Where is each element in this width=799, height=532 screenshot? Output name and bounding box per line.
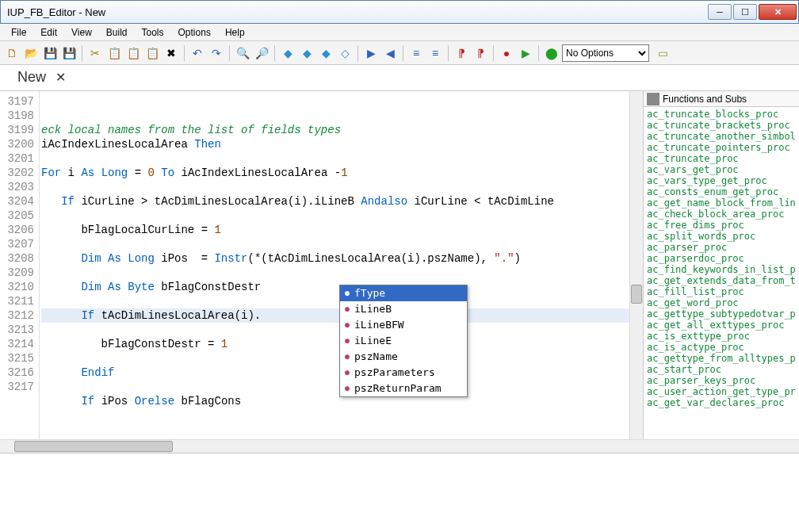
function-item[interactable]: ac_get_extends_data_from_typ — [647, 275, 796, 286]
code-line[interactable] — [41, 351, 629, 366]
code-line[interactable]: If iCurLine > tAcDimLinesLocalArea(i).iL… — [41, 194, 629, 209]
function-item[interactable]: ac_user_action_get_type_proc — [647, 386, 796, 397]
menu-build[interactable]: Build — [100, 25, 134, 40]
code-area[interactable]: eck local names from the list of fields … — [40, 91, 629, 439]
delete-icon[interactable]: ✖ — [162, 44, 180, 62]
autocomplete-item[interactable]: ●iLineB — [340, 301, 467, 317]
code-line[interactable] — [41, 209, 629, 223]
code-line[interactable] — [41, 151, 629, 166]
comment-icon[interactable]: ⁋ — [453, 44, 470, 62]
align-left-icon[interactable]: ≡ — [407, 44, 425, 62]
debug-icon[interactable]: ⬤ — [543, 44, 560, 62]
open-icon[interactable]: 📂 — [22, 44, 40, 62]
autocomplete-item[interactable]: ●iLineBFW — [340, 317, 467, 333]
function-item[interactable]: ac_truncate_proc — [647, 153, 796, 164]
hscroll-thumb[interactable] — [14, 441, 173, 452]
function-item[interactable]: ac_check_block_area_proc — [647, 209, 796, 220]
autocomplete-item[interactable]: ●pszParameters — [340, 365, 467, 381]
code-line[interactable] — [41, 180, 629, 194]
function-item[interactable]: ac_gettype_subtypedotvar_pro — [647, 308, 796, 320]
function-item[interactable]: ac_free_dims_proc — [647, 220, 796, 231]
code-editor[interactable]: 3197319831993200320132023203320432053206… — [0, 91, 644, 439]
code-line[interactable] — [41, 380, 629, 394]
function-item[interactable]: ac_parserdoc_proc — [647, 253, 796, 264]
function-item[interactable]: ac_is_exttype_proc — [647, 331, 796, 342]
function-item[interactable]: ac_is_actype_proc — [647, 342, 796, 353]
indent-icon[interactable]: ▶ — [362, 44, 380, 62]
function-item[interactable]: ac_truncate_brackets_proc — [647, 120, 796, 131]
function-item[interactable]: ac_vars_get_proc — [647, 164, 796, 175]
autocomplete-item[interactable]: ●iLineE — [340, 333, 467, 349]
function-item[interactable]: ac_start_proc — [647, 364, 796, 375]
function-item[interactable]: ac_truncate_another_simbols_ — [647, 131, 796, 142]
function-item[interactable]: ac_find_keywords_in_list_pro — [647, 264, 796, 275]
autocomplete-item[interactable]: ●pszName — [340, 349, 467, 365]
undo-icon[interactable]: ↶ — [189, 44, 206, 62]
autocomplete-item[interactable]: ●pszReturnParam — [340, 381, 467, 396]
code-line[interactable]: bFlagConstDestr = 1 — [41, 337, 629, 351]
functions-list[interactable]: ac_truncate_blocks_procac_truncate_brack… — [644, 107, 799, 439]
code-line[interactable]: Dim As Long iPos = Instr(*(tAcDimLinesLo… — [41, 251, 629, 266]
new-icon[interactable]: 🗋 — [3, 44, 21, 62]
maximize-button[interactable]: ☐ — [733, 4, 757, 20]
function-item[interactable]: ac_vars_type_get_proc — [647, 175, 796, 186]
bookmark-clear-icon[interactable]: ◇ — [336, 44, 354, 62]
find-icon[interactable]: 🔍 — [234, 44, 251, 62]
align-right-icon[interactable]: ≡ — [426, 44, 444, 62]
function-item[interactable]: ac_truncate_blocks_proc — [647, 109, 796, 120]
close-button[interactable]: ✕ — [759, 4, 797, 20]
copy-icon[interactable]: 📋 — [105, 44, 123, 62]
paste2-icon[interactable]: 📋 — [143, 44, 161, 62]
menu-view[interactable]: View — [65, 25, 98, 40]
function-item[interactable]: ac_fill_list_proc — [647, 286, 796, 297]
tab-new[interactable]: New ✕ — [6, 64, 77, 90]
outdent-icon[interactable]: ◀ — [381, 44, 399, 62]
code-line[interactable]: Endif — [41, 366, 629, 380]
function-item[interactable]: ac_split_words_proc — [647, 231, 796, 242]
code-line[interactable]: iAcIndexLinesLocalArea Then — [41, 137, 629, 151]
save-icon[interactable]: 💾 — [41, 44, 59, 62]
code-line[interactable] — [41, 323, 629, 337]
bookmark-prev-icon[interactable]: ◆ — [317, 44, 335, 62]
vscroll-thumb[interactable] — [631, 285, 642, 304]
code-line[interactable]: Dim As Byte bFlagConstDestr — [41, 280, 629, 294]
paste-icon[interactable]: 📋 — [124, 44, 142, 62]
code-line[interactable] — [41, 408, 629, 423]
breakpoint-icon[interactable]: ● — [498, 44, 515, 62]
options-button[interactable]: ▭ — [654, 44, 671, 62]
menu-help[interactable]: Help — [219, 25, 251, 40]
function-item[interactable]: ac_consts_enum_get_proc — [647, 186, 796, 197]
menu-file[interactable]: File — [5, 25, 32, 40]
menu-options[interactable]: Options — [172, 25, 217, 40]
menu-tools[interactable]: Tools — [136, 25, 170, 40]
saveall-icon[interactable]: 💾 — [60, 44, 78, 62]
findnext-icon[interactable]: 🔎 — [253, 44, 270, 62]
uncomment-icon[interactable]: ⁋ — [472, 44, 489, 62]
function-item[interactable]: ac_parser_proc — [647, 242, 796, 253]
code-line[interactable] — [41, 294, 629, 308]
function-item[interactable]: ac_get_var_declares_proc — [647, 397, 796, 408]
run-icon[interactable]: ▶ — [517, 44, 534, 62]
function-item[interactable]: ac_get_name_block_from_line_p — [647, 197, 796, 209]
bookmark-next-icon[interactable]: ◆ — [298, 44, 315, 62]
function-item[interactable]: ac_get_all_exttypes_proc — [647, 320, 796, 331]
code-line[interactable]: If tAcDimLinesLocalArea(i). — [41, 308, 629, 323]
bookmark-icon[interactable]: ◆ — [279, 44, 296, 62]
code-line[interactable] — [41, 266, 629, 280]
redo-icon[interactable]: ↷ — [208, 44, 225, 62]
menu-edit[interactable]: Edit — [34, 25, 63, 40]
cut-icon[interactable]: ✂ — [86, 44, 104, 62]
code-line[interactable]: For i As Long = 0 To iAcIndexLinesLocalA… — [41, 166, 629, 180]
vertical-scrollbar[interactable] — [629, 91, 643, 439]
options-select[interactable]: No Options — [562, 44, 649, 62]
function-item[interactable]: ac_parser_keys_proc — [647, 375, 796, 386]
code-line[interactable]: If iPos Orelse bFlagCons — [41, 394, 629, 408]
horizontal-scrollbar[interactable] — [0, 439, 644, 453]
function-item[interactable]: ac_get_word_proc — [647, 297, 796, 308]
function-item[interactable]: ac_gettype_from_alltypes_pro — [647, 353, 796, 364]
code-line[interactable] — [41, 237, 629, 251]
tab-close-icon[interactable]: ✕ — [55, 70, 66, 85]
autocomplete-item[interactable]: ●fType — [340, 285, 467, 301]
code-line[interactable]: eck local names from the list of fields … — [41, 123, 629, 137]
function-item[interactable]: ac_truncate_pointers_proc — [647, 142, 796, 153]
